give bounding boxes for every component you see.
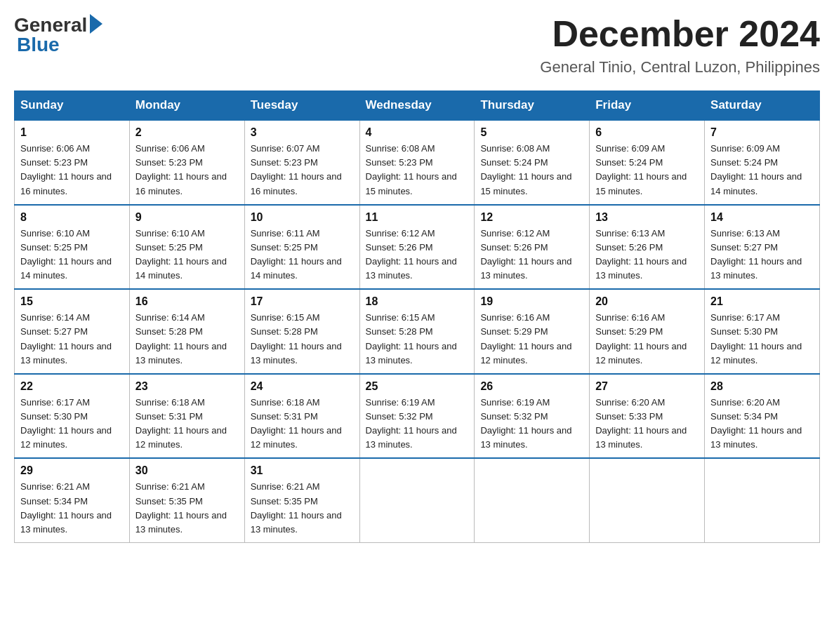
day-number: 5: [480, 126, 583, 139]
day-number: 19: [480, 295, 583, 308]
day-number: 14: [710, 211, 814, 224]
day-number: 7: [710, 126, 814, 139]
calendar-day-cell: 30Sunrise: 6:21 AMSunset: 5:35 PMDayligh…: [129, 458, 244, 542]
day-info: Sunrise: 6:16 AMSunset: 5:29 PMDaylight:…: [595, 311, 699, 368]
day-number: 1: [20, 126, 124, 139]
day-number: 6: [595, 126, 699, 139]
calendar-day-cell: 22Sunrise: 6:17 AMSunset: 5:30 PMDayligh…: [15, 374, 130, 459]
day-number: 30: [135, 464, 239, 477]
day-number: 22: [20, 380, 124, 393]
page-header: General Blue December 2024 General Tinio…: [14, 14, 820, 76]
calendar-day-cell: 8Sunrise: 6:10 AMSunset: 5:25 PMDaylight…: [15, 205, 130, 290]
logo-arrow-icon: [90, 14, 102, 34]
calendar-day-cell: 24Sunrise: 6:18 AMSunset: 5:31 PMDayligh…: [244, 374, 359, 459]
day-number: 4: [366, 126, 469, 139]
day-info: Sunrise: 6:21 AMSunset: 5:35 PMDaylight:…: [135, 480, 239, 537]
calendar-day-cell: 23Sunrise: 6:18 AMSunset: 5:31 PMDayligh…: [129, 374, 244, 459]
day-number: 24: [251, 380, 354, 393]
day-info: Sunrise: 6:13 AMSunset: 5:26 PMDaylight:…: [595, 227, 699, 283]
day-info: Sunrise: 6:08 AMSunset: 5:24 PMDaylight:…: [480, 142, 583, 199]
calendar-day-cell: 17Sunrise: 6:15 AMSunset: 5:28 PMDayligh…: [244, 289, 359, 374]
day-number: 17: [251, 295, 354, 308]
day-number: 25: [366, 380, 469, 393]
day-number: 9: [135, 211, 239, 224]
day-info: Sunrise: 6:18 AMSunset: 5:31 PMDaylight:…: [135, 396, 239, 452]
day-info: Sunrise: 6:14 AMSunset: 5:28 PMDaylight:…: [135, 311, 239, 368]
calendar-day-cell: 3Sunrise: 6:07 AMSunset: 5:23 PMDaylight…: [244, 120, 359, 205]
calendar-day-cell: 31Sunrise: 6:21 AMSunset: 5:35 PMDayligh…: [244, 458, 359, 542]
day-info: Sunrise: 6:16 AMSunset: 5:29 PMDaylight:…: [480, 311, 583, 368]
day-number: 28: [710, 380, 814, 393]
location-title: General Tinio, Central Luzon, Philippine…: [540, 58, 820, 76]
title-section: December 2024 General Tinio, Central Luz…: [540, 14, 820, 76]
day-info: Sunrise: 6:09 AMSunset: 5:24 PMDaylight:…: [710, 142, 814, 199]
calendar-day-cell: 11Sunrise: 6:12 AMSunset: 5:26 PMDayligh…: [359, 205, 475, 290]
day-info: Sunrise: 6:08 AMSunset: 5:23 PMDaylight:…: [366, 142, 469, 199]
day-info: Sunrise: 6:07 AMSunset: 5:23 PMDaylight:…: [251, 142, 354, 199]
day-info: Sunrise: 6:15 AMSunset: 5:28 PMDaylight:…: [366, 311, 469, 368]
calendar-week-row: 22Sunrise: 6:17 AMSunset: 5:30 PMDayligh…: [15, 374, 820, 459]
day-info: Sunrise: 6:17 AMSunset: 5:30 PMDaylight:…: [710, 311, 814, 368]
calendar-day-cell: 7Sunrise: 6:09 AMSunset: 5:24 PMDaylight…: [705, 120, 820, 205]
calendar-header-cell: Friday: [590, 91, 705, 121]
calendar-day-cell: 16Sunrise: 6:14 AMSunset: 5:28 PMDayligh…: [129, 289, 244, 374]
calendar-day-cell: 5Sunrise: 6:08 AMSunset: 5:24 PMDaylight…: [475, 120, 590, 205]
day-number: 15: [20, 295, 124, 308]
calendar-header-cell: Wednesday: [359, 91, 475, 121]
month-title: December 2024: [540, 14, 820, 54]
calendar-body: 1Sunrise: 6:06 AMSunset: 5:23 PMDaylight…: [15, 120, 820, 542]
day-info: Sunrise: 6:14 AMSunset: 5:27 PMDaylight:…: [20, 311, 124, 368]
calendar-day-cell: 9Sunrise: 6:10 AMSunset: 5:25 PMDaylight…: [129, 205, 244, 290]
day-info: Sunrise: 6:12 AMSunset: 5:26 PMDaylight:…: [366, 227, 469, 283]
calendar-day-cell: [475, 458, 590, 542]
calendar-day-cell: 25Sunrise: 6:19 AMSunset: 5:32 PMDayligh…: [359, 374, 475, 459]
day-info: Sunrise: 6:12 AMSunset: 5:26 PMDaylight:…: [480, 227, 583, 283]
calendar-day-cell: [705, 458, 820, 542]
day-info: Sunrise: 6:11 AMSunset: 5:25 PMDaylight:…: [251, 227, 354, 283]
calendar-day-cell: 27Sunrise: 6:20 AMSunset: 5:33 PMDayligh…: [590, 374, 705, 459]
logo-blue-text: Blue: [14, 34, 60, 56]
calendar-header-cell: Sunday: [15, 91, 130, 121]
calendar-header-row: SundayMondayTuesdayWednesdayThursdayFrid…: [15, 91, 820, 121]
day-info: Sunrise: 6:10 AMSunset: 5:25 PMDaylight:…: [20, 227, 124, 283]
calendar-day-cell: 21Sunrise: 6:17 AMSunset: 5:30 PMDayligh…: [705, 289, 820, 374]
day-number: 27: [595, 380, 699, 393]
calendar-week-row: 1Sunrise: 6:06 AMSunset: 5:23 PMDaylight…: [15, 120, 820, 205]
day-number: 11: [366, 211, 469, 224]
logo: General Blue: [14, 14, 102, 56]
day-number: 3: [251, 126, 354, 139]
calendar-day-cell: 20Sunrise: 6:16 AMSunset: 5:29 PMDayligh…: [590, 289, 705, 374]
calendar-header-cell: Tuesday: [244, 91, 359, 121]
calendar-day-cell: 28Sunrise: 6:20 AMSunset: 5:34 PMDayligh…: [705, 374, 820, 459]
day-info: Sunrise: 6:06 AMSunset: 5:23 PMDaylight:…: [135, 142, 239, 199]
day-info: Sunrise: 6:09 AMSunset: 5:24 PMDaylight:…: [595, 142, 699, 199]
calendar-week-row: 15Sunrise: 6:14 AMSunset: 5:27 PMDayligh…: [15, 289, 820, 374]
calendar-day-cell: 4Sunrise: 6:08 AMSunset: 5:23 PMDaylight…: [359, 120, 475, 205]
calendar-day-cell: 12Sunrise: 6:12 AMSunset: 5:26 PMDayligh…: [475, 205, 590, 290]
calendar-week-row: 8Sunrise: 6:10 AMSunset: 5:25 PMDaylight…: [15, 205, 820, 290]
calendar-day-cell: 26Sunrise: 6:19 AMSunset: 5:32 PMDayligh…: [475, 374, 590, 459]
day-info: Sunrise: 6:20 AMSunset: 5:34 PMDaylight:…: [710, 396, 814, 452]
calendar-day-cell: 6Sunrise: 6:09 AMSunset: 5:24 PMDaylight…: [590, 120, 705, 205]
day-info: Sunrise: 6:21 AMSunset: 5:35 PMDaylight:…: [251, 480, 354, 537]
calendar-header-cell: Monday: [129, 91, 244, 121]
calendar-day-cell: 18Sunrise: 6:15 AMSunset: 5:28 PMDayligh…: [359, 289, 475, 374]
calendar-header-cell: Saturday: [705, 91, 820, 121]
day-info: Sunrise: 6:19 AMSunset: 5:32 PMDaylight:…: [480, 396, 583, 452]
day-info: Sunrise: 6:18 AMSunset: 5:31 PMDaylight:…: [251, 396, 354, 452]
calendar-day-cell: [590, 458, 705, 542]
calendar-day-cell: 15Sunrise: 6:14 AMSunset: 5:27 PMDayligh…: [15, 289, 130, 374]
day-number: 26: [480, 380, 583, 393]
day-number: 8: [20, 211, 124, 224]
calendar-day-cell: 1Sunrise: 6:06 AMSunset: 5:23 PMDaylight…: [15, 120, 130, 205]
day-number: 18: [366, 295, 469, 308]
day-info: Sunrise: 6:17 AMSunset: 5:30 PMDaylight:…: [20, 396, 124, 452]
day-number: 16: [135, 295, 239, 308]
day-info: Sunrise: 6:06 AMSunset: 5:23 PMDaylight:…: [20, 142, 124, 199]
day-info: Sunrise: 6:10 AMSunset: 5:25 PMDaylight:…: [135, 227, 239, 283]
calendar-day-cell: 13Sunrise: 6:13 AMSunset: 5:26 PMDayligh…: [590, 205, 705, 290]
calendar-day-cell: 10Sunrise: 6:11 AMSunset: 5:25 PMDayligh…: [244, 205, 359, 290]
day-number: 13: [595, 211, 699, 224]
day-info: Sunrise: 6:21 AMSunset: 5:34 PMDaylight:…: [20, 480, 124, 537]
day-number: 29: [20, 464, 124, 477]
